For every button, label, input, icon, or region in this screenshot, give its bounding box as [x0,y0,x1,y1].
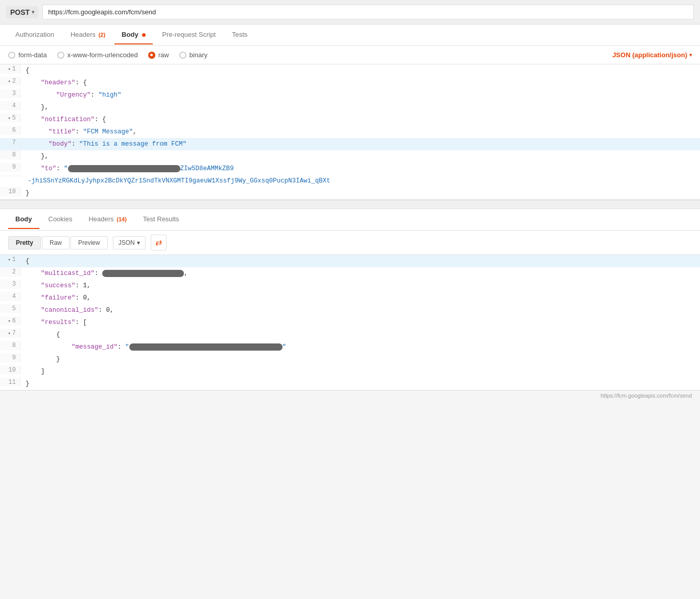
code-line-9: 9 "to": "ZIw5D8eAMMkZB9 [0,163,700,175]
format-selector[interactable]: JSON (application/json) ▾ [612,51,692,59]
resp-collapse-arrow-1[interactable]: ▾ [8,257,10,263]
response-headers-badge: (14) [116,216,127,222]
resp-collapse-arrow-7[interactable]: ▾ [8,331,10,336]
resp-code-line-8: 8 "message_id": "" [0,341,700,353]
tab-response-test-results[interactable]: Test Results [136,210,186,229]
option-urlencoded[interactable]: x-www-form-urlencoded [57,51,138,59]
raw-button[interactable]: Raw [42,236,69,249]
code-line-10: 10 } [0,187,700,199]
request-tabs: Authorization Headers (2) Body Pre-reque… [0,25,700,46]
method-label: POST [10,8,30,16]
redacted-multicast [102,270,184,277]
preview-button[interactable]: Preview [71,236,108,249]
body-options: form-data x-www-form-urlencoded raw bina… [0,46,700,64]
resp-code-line-2: 2 "multicast_id": , [0,267,700,280]
format-chevron-icon: ▾ [137,239,140,246]
resp-code-line-5: 5 "canonical_ids": 0, [0,304,700,316]
code-line-6: 6 "title": "FCM Message", [0,126,700,138]
code-line-4: 4 }, [0,101,700,113]
radio-binary[interactable] [179,52,186,59]
resp-code-line-1: ▾ 1 { [0,255,700,267]
section-divider [0,200,700,209]
code-line-2: ▾ 2 "headers": { [0,77,700,89]
resp-code-line-9: 9 } [0,353,700,365]
option-form-data[interactable]: form-data [8,51,47,59]
collapse-arrow-1[interactable]: ▾ [8,66,10,72]
collapse-arrow-5[interactable]: ▾ [8,116,10,121]
code-line-7: 7 "body": "This is a message from FCM" [0,138,700,150]
url-bar: POST ▾ [0,0,700,25]
tab-tests[interactable]: Tests [225,26,254,44]
response-tabs: Body Cookies Headers (14) Test Results [0,209,700,231]
radio-urlencoded[interactable] [57,52,64,59]
pretty-button[interactable]: Pretty [8,236,41,249]
code-line-1: ▾ 1 { [0,64,700,77]
wrap-button[interactable]: ⇄ [151,235,167,250]
format-button[interactable]: JSON ▾ [113,236,146,249]
code-line-9-cont: -jhiSSnYzRGKdLyJyhpx2BcDkYQZr1SndTkVNXGM… [0,175,700,187]
resp-code-line-4: 4 "failure": 0, [0,292,700,304]
method-chevron-icon: ▾ [32,9,34,15]
resp-code-line-10: 10 ] [0,365,700,378]
resp-code-line-11: 11 } [0,378,700,390]
tab-response-cookies[interactable]: Cookies [41,210,80,229]
response-code-editor: ▾ 1 { 2 "multicast_id": , 3 "success": 1… [0,255,700,390]
tab-headers[interactable]: Headers (2) [63,26,112,44]
resp-code-line-6: ▾ 6 "results": [ [0,316,700,329]
tab-response-body[interactable]: Body [8,210,39,229]
response-view-options: Pretty Raw Preview JSON ▾ ⇄ [0,231,700,255]
tab-authorization[interactable]: Authorization [8,26,61,44]
tab-response-headers[interactable]: Headers (14) [81,210,133,229]
request-code-editor: ▾ 1 { ▾ 2 "headers": { 3 "Urgency": "hig… [0,64,700,200]
resp-collapse-arrow-6[interactable]: ▾ [8,318,10,324]
headers-badge: (2) [99,32,105,38]
bottom-bar: https://fcm.googleapis.com/fcm/send [0,390,700,401]
url-input[interactable] [42,5,694,19]
collapse-arrow-2[interactable]: ▾ [8,79,10,84]
tab-pre-request-script[interactable]: Pre-request Script [155,26,223,44]
resp-code-line-3: 3 "success": 1, [0,280,700,292]
code-line-3: 3 "Urgency": "high" [0,89,700,101]
method-selector[interactable]: POST ▾ [6,6,38,18]
resp-code-line-7: ▾ 7 { [0,329,700,341]
redacted-message-id [129,343,283,351]
option-binary[interactable]: binary [179,51,207,59]
radio-raw[interactable] [148,52,155,59]
body-dot [142,33,146,37]
format-chevron-icon: ▾ [689,52,692,58]
code-line-8: 8 }, [0,150,700,163]
code-line-5: ▾ 5 "notification": { [0,113,700,126]
tab-body[interactable]: Body [114,26,153,44]
option-raw[interactable]: raw [148,51,169,59]
radio-form-data[interactable] [8,52,15,59]
redacted-token-1 [68,165,180,172]
